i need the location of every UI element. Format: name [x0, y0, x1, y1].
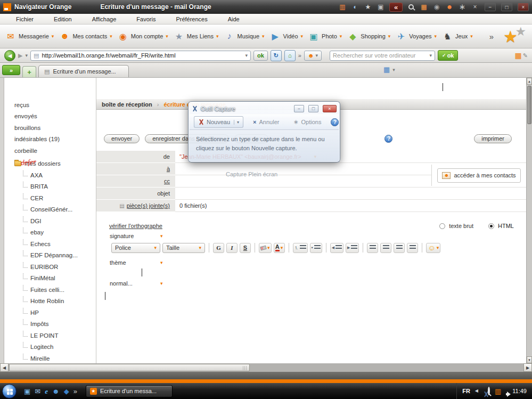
- folder-item[interactable]: corbeille: [5, 145, 96, 157]
- search-input[interactable]: [333, 52, 427, 59]
- forward-button[interactable]: [18, 52, 22, 59]
- send-button[interactable]: envoyer: [104, 134, 140, 143]
- home-button[interactable]: [284, 50, 296, 61]
- subfolder-item[interactable]: LE POINT: [5, 330, 96, 341]
- highlight-color-button[interactable]: [259, 243, 272, 253]
- signature-dropdown-icon[interactable]: [160, 233, 163, 239]
- record-icon[interactable]: [432, 3, 441, 11]
- vertical-scrollbar[interactable]: [526, 78, 532, 363]
- refresh-button[interactable]: [271, 50, 282, 61]
- service-item[interactable]: ▶ Vidéo: [270, 31, 303, 42]
- plain-text-radio[interactable]: [439, 223, 445, 229]
- dialog-minimize-button[interactable]: [294, 105, 304, 112]
- new-capture-button[interactable]: Nouveau: [194, 116, 243, 128]
- back-chevrons-icon[interactable]: [389, 3, 403, 12]
- subfolder-item[interactable]: Fuites celli...: [5, 284, 96, 296]
- spellcheck-link[interactable]: vérifier l'orthographe: [109, 223, 162, 229]
- scroll-up-button[interactable]: [527, 78, 532, 85]
- magnifier-icon[interactable]: [407, 3, 415, 11]
- capture-dialog-titlebar[interactable]: Outil Capture: [190, 103, 339, 114]
- numbered-list-button[interactable]: [293, 243, 308, 253]
- capture-help-icon[interactable]: [331, 118, 339, 126]
- service-item[interactable]: ✉ Messagerie: [5, 31, 54, 42]
- subfolder-item[interactable]: DGI: [5, 215, 96, 227]
- service-item[interactable]: ★ Mes Liens: [174, 31, 219, 42]
- bold-button[interactable]: G: [213, 243, 224, 253]
- subfolder-item[interactable]: BRITA: [5, 181, 96, 193]
- bullet-list-button[interactable]: [310, 243, 322, 253]
- align-center-button[interactable]: [380, 243, 391, 253]
- menu-item[interactable]: Préférences: [176, 16, 207, 22]
- breadcrumb-inbox[interactable]: boîte de réception: [102, 101, 152, 108]
- cc-label[interactable]: cc: [96, 175, 175, 188]
- clock[interactable]: 11:49: [512, 388, 527, 394]
- message-body[interactable]: [96, 291, 517, 360]
- theme-dropdown-icon[interactable]: [160, 260, 163, 265]
- back-button[interactable]: [4, 50, 15, 61]
- service-item[interactable]: ◉ Mon compte: [118, 31, 168, 42]
- capture-cancel-button[interactable]: Annuler: [249, 116, 283, 128]
- font-family-select[interactable]: Police: [111, 243, 160, 253]
- folder-root-item[interactable]: mes dossiers defer: [5, 158, 96, 170]
- url-input[interactable]: [42, 52, 242, 59]
- gear-icon[interactable]: [458, 3, 466, 11]
- quick-launch-messenger-icon[interactable]: [52, 388, 60, 395]
- align-justify-button[interactable]: [407, 243, 418, 253]
- more-tools-icon[interactable]: [298, 52, 301, 59]
- subfolder-item[interactable]: CER: [5, 192, 96, 204]
- search-scope-chip[interactable]: [304, 51, 322, 61]
- start-button[interactable]: [2, 384, 17, 398]
- dialog-close-button[interactable]: [323, 105, 337, 112]
- service-item[interactable]: ♪ Musique: [224, 31, 264, 41]
- underline-button[interactable]: S: [240, 243, 251, 253]
- maximize-button[interactable]: [501, 3, 512, 11]
- menu-item[interactable]: Edition: [54, 16, 72, 22]
- subfolder-item[interactable]: ConseilGénér...: [5, 204, 96, 216]
- smiley-button[interactable]: [426, 243, 440, 253]
- layout-switcher[interactable]: [383, 66, 395, 74]
- quick-launch-media-icon[interactable]: [64, 388, 69, 395]
- folder-item[interactable]: envoyés: [5, 111, 96, 123]
- quick-launch-mail-icon[interactable]: [35, 388, 40, 395]
- subfolder-item[interactable]: Hotte Roblin: [5, 296, 96, 307]
- subfolder-item[interactable]: ebay: [5, 227, 96, 239]
- menu-item[interactable]: Favoris: [136, 16, 155, 22]
- subfolder-item[interactable]: FiniMétal: [5, 273, 96, 284]
- folder-item[interactable]: brouillons: [5, 122, 96, 134]
- subfolder-item[interactable]: Logitech: [5, 341, 96, 353]
- to-label[interactable]: à: [96, 163, 175, 175]
- small-close-icon[interactable]: [471, 3, 479, 11]
- folder-item[interactable]: indésirables (19): [5, 134, 96, 145]
- favorites-star-icon[interactable]: [503, 26, 527, 46]
- subfolder-item[interactable]: Mireille: [5, 353, 96, 363]
- subfolder-item[interactable]: HP: [5, 307, 96, 319]
- service-item[interactable]: ✈ Voyages: [396, 31, 437, 42]
- more-services-button[interactable]: [487, 32, 496, 41]
- align-left-button[interactable]: [367, 243, 378, 253]
- menu-item[interactable]: Fichier: [16, 16, 34, 22]
- tray-magnifier-icon[interactable]: [488, 388, 490, 394]
- search-ok-button[interactable]: ok: [438, 50, 458, 61]
- language-indicator[interactable]: FR: [462, 388, 470, 394]
- help-icon[interactable]: [384, 135, 392, 143]
- history-dropdown-icon[interactable]: [25, 53, 28, 58]
- service-item[interactable]: ◆ Shopping: [347, 31, 390, 42]
- subfolder-item[interactable]: Impôts: [5, 319, 96, 330]
- quick-launch-more-icon[interactable]: [73, 388, 77, 395]
- scroll-left-button[interactable]: [0, 363, 9, 372]
- vertical-scroll-thumb[interactable]: [527, 86, 531, 124]
- folder-item[interactable]: reçus: [5, 99, 96, 111]
- grid-icon[interactable]: [420, 3, 428, 11]
- italic-button[interactable]: I: [226, 243, 238, 253]
- apps-grid-icon[interactable]: [515, 51, 528, 60]
- access-contacts-button[interactable]: accéder à mes contacts: [437, 168, 520, 183]
- indent-button[interactable]: [346, 243, 359, 253]
- subfolder-item[interactable]: AXA: [5, 169, 96, 181]
- stripes-icon[interactable]: [338, 3, 347, 11]
- person-icon[interactable]: [445, 3, 454, 11]
- globe-icon[interactable]: [351, 3, 359, 11]
- horizontal-scroll-thumb[interactable]: [9, 364, 250, 371]
- align-right-button[interactable]: [394, 243, 405, 253]
- horizontal-scrollbar[interactable]: [0, 363, 532, 372]
- font-size-select[interactable]: Taille: [162, 243, 205, 253]
